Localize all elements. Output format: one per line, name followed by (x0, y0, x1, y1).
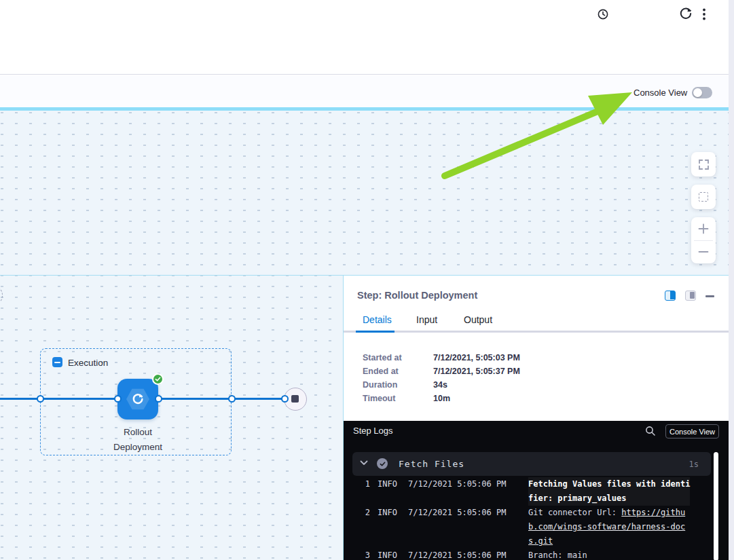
kebab-menu-icon[interactable] (700, 7, 708, 21)
active-tab-indicator (356, 331, 394, 333)
search-icon[interactable] (645, 426, 656, 436)
fullscreen-button[interactable] (691, 152, 716, 176)
zoom-out-button[interactable] (691, 240, 716, 263)
console-view-toggle[interactable] (692, 87, 712, 98)
stage-progress-bar (0, 107, 729, 111)
console-view-button[interactable]: Console View (665, 424, 719, 438)
rollout-deployment-step-node[interactable] (117, 379, 158, 419)
refresh-icon[interactable] (679, 7, 693, 20)
panel-view-icon[interactable] (685, 291, 696, 301)
connection-point (37, 395, 44, 403)
rollout-refresh-icon (130, 392, 145, 407)
field-timeout: Timeout10m (363, 394, 634, 407)
log-group-name: Fetch Files (399, 459, 464, 469)
step-logs-section: Step Logs Console View Fetch Files 1s 1 … (344, 421, 729, 560)
connection-point (114, 395, 122, 403)
log-entry: 1 INFO 7/12/2021 5:05:06 PM Fetching Val… (352, 477, 711, 506)
connection-point (155, 395, 162, 403)
fullscreen-icon (699, 160, 709, 170)
log-entry: 2 INFO 7/12/2021 5:05:06 PM Git connecto… (352, 506, 711, 548)
console-view-label: Console View (634, 88, 687, 98)
top-header (0, 0, 729, 75)
page-scrollbar-track[interactable] (729, 0, 734, 560)
plus-icon (698, 223, 709, 234)
log-group-duration: 1s (689, 460, 699, 469)
connection-point (281, 395, 289, 403)
toggle-knob (693, 88, 702, 97)
stop-icon (291, 395, 299, 403)
panel-title: Step: Rollout Deployment (357, 290, 477, 301)
log-scrollbar[interactable] (714, 452, 718, 560)
log-entry: 3 INFO 7/12/2021 5:05:06 PM Branch: main (352, 548, 711, 560)
zoom-in-button[interactable] (691, 217, 716, 240)
clock-icon (598, 9, 608, 20)
canvas-toolbar (0, 75, 729, 107)
field-started-at: Started at7/12/2021, 5:05:03 PM (363, 353, 634, 367)
step-logs-title: Step Logs (353, 426, 393, 436)
chevron-down-icon[interactable] (360, 460, 368, 466)
execution-group-label: Execution (68, 358, 108, 368)
minimize-icon[interactable] (705, 295, 714, 297)
connection-point (228, 395, 236, 403)
success-badge-icon (152, 373, 164, 385)
execution-collapse-icon[interactable] (52, 357, 62, 367)
tabs-underline (344, 331, 729, 333)
field-duration: Duration34s (363, 380, 634, 394)
tab-input[interactable]: Input (416, 314, 437, 325)
log-group-header[interactable]: Fetch Files 1s (352, 452, 711, 476)
log-lines[interactable]: 1 INFO 7/12/2021 5:05:06 PM Fetching Val… (352, 477, 711, 560)
pipeline-execution-screen: Start time 7/12/2021 5:04:28 PM 1m 15s C… (0, 0, 734, 560)
step-details-panel: Step: Rollout Deployment Details Input O… (343, 276, 729, 560)
marquee-select-icon (699, 192, 708, 202)
field-ended-at: Ended at7/12/2021, 5:05:37 PM (363, 367, 634, 380)
tab-output[interactable]: Output (464, 314, 492, 325)
split-view-icon[interactable] (665, 291, 676, 301)
step-node-label: Rollout Deployment (84, 425, 192, 455)
fit-to-screen-button[interactable] (691, 185, 716, 209)
check-circle-icon (377, 458, 388, 469)
zoom-controls (691, 217, 716, 263)
tab-details[interactable]: Details (363, 314, 392, 325)
minus-icon (698, 246, 709, 257)
